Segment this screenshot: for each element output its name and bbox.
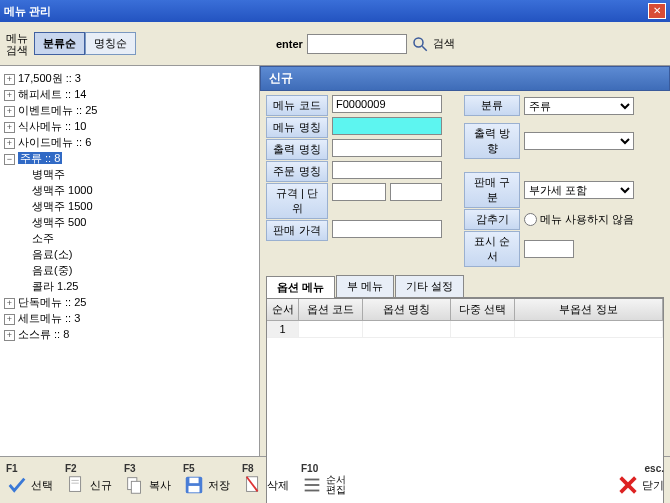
menu-name-field[interactable] bbox=[332, 117, 442, 135]
fn-close-button[interactable]: 닫기 bbox=[617, 474, 664, 496]
search-input[interactable] bbox=[307, 34, 407, 54]
tree-item[interactable]: 세트메뉴 :: 3 bbox=[18, 312, 80, 324]
unused-radio[interactable] bbox=[524, 213, 537, 226]
label-sale-div: 판매 구분 bbox=[464, 172, 520, 208]
tree-item[interactable]: 소주 bbox=[32, 232, 54, 244]
label-spec-unit: 규격 | 단위 bbox=[266, 183, 328, 219]
tree-toggle[interactable]: + bbox=[4, 90, 15, 101]
grid-header-code: 옵션 코드 bbox=[299, 299, 363, 320]
grid-cell[interactable] bbox=[451, 321, 515, 337]
svg-rect-9 bbox=[189, 486, 200, 492]
window-title: 메뉴 관리 bbox=[4, 4, 51, 19]
tree-toggle[interactable]: − bbox=[4, 154, 15, 165]
svg-rect-2 bbox=[70, 477, 81, 492]
menu-code-field[interactable] bbox=[332, 95, 442, 113]
tree-item[interactable]: 생맥주 500 bbox=[32, 216, 86, 228]
category-select[interactable]: 주류 bbox=[524, 97, 634, 115]
fn-delete-button[interactable]: 삭제 bbox=[242, 474, 289, 496]
fn-order-edit-button[interactable]: 순서 편집 bbox=[301, 474, 346, 496]
tree-item[interactable]: 식사메뉴 :: 10 bbox=[18, 120, 86, 132]
grid-cell[interactable] bbox=[299, 321, 363, 337]
tree-toggle[interactable]: + bbox=[4, 298, 15, 309]
panel-title: 신규 bbox=[260, 66, 670, 91]
label-sale-price: 판매 가격 bbox=[266, 220, 328, 241]
label-print-name: 출력 명칭 bbox=[266, 139, 328, 160]
grid-row[interactable]: 1 bbox=[267, 321, 663, 338]
fn-select-button[interactable]: 선택 bbox=[6, 474, 53, 496]
grid-header-order: 순서 bbox=[267, 299, 299, 320]
close-icon bbox=[617, 474, 639, 496]
new-doc-icon bbox=[65, 474, 87, 496]
tree-item[interactable]: 음료(중) bbox=[32, 264, 72, 276]
grid-header-subopt: 부옵션 정보 bbox=[515, 299, 663, 320]
fn-key-esc: esc. bbox=[645, 463, 664, 474]
tree-item[interactable]: 음료(소) bbox=[32, 248, 72, 260]
fn-key-f1: F1 bbox=[6, 463, 18, 474]
print-dir-select[interactable] bbox=[524, 132, 634, 150]
label-menu-code: 메뉴 코드 bbox=[266, 95, 328, 116]
print-name-field[interactable] bbox=[332, 139, 442, 157]
tab-other-settings[interactable]: 기타 설정 bbox=[395, 275, 464, 297]
tree-item[interactable]: 병맥주 bbox=[32, 168, 65, 180]
tree-item[interactable]: 소스류 :: 8 bbox=[18, 328, 69, 340]
fn-new-button[interactable]: 신규 bbox=[65, 474, 112, 496]
svg-rect-6 bbox=[131, 481, 140, 493]
label-menu-name: 메뉴 명칭 bbox=[266, 117, 328, 138]
tree-item[interactable]: 생맥주 1500 bbox=[32, 200, 93, 212]
label-print-dir: 출력 방향 bbox=[464, 123, 520, 159]
list-icon bbox=[301, 474, 323, 496]
grid-header-multi: 다중 선택 bbox=[451, 299, 515, 320]
tree-item[interactable]: 콜라 1.25 bbox=[32, 280, 78, 292]
sort-by-name-button[interactable]: 명칭순 bbox=[85, 32, 136, 55]
tree-item[interactable]: 생맥주 1000 bbox=[32, 184, 93, 196]
label-order-name: 주문 명칭 bbox=[266, 161, 328, 182]
tab-sub-menu[interactable]: 부 메뉴 bbox=[336, 275, 394, 297]
svg-line-1 bbox=[422, 46, 427, 51]
svg-point-0 bbox=[414, 38, 423, 47]
tree-item-selected[interactable]: 주류 :: 8 bbox=[18, 152, 62, 164]
svg-rect-8 bbox=[189, 478, 198, 484]
spec-field[interactable] bbox=[332, 183, 386, 201]
grid-cell[interactable] bbox=[363, 321, 451, 337]
tree-item[interactable]: 사이드메뉴 :: 6 bbox=[18, 136, 91, 148]
menu-tree[interactable]: +17,500원 :: 3 +해피세트 :: 14 +이벤트메뉴 :: 25 +… bbox=[0, 66, 260, 456]
search-icon[interactable] bbox=[411, 35, 429, 53]
tree-toggle[interactable]: + bbox=[4, 314, 15, 325]
unused-radio-label: 메뉴 사용하지 않음 bbox=[540, 212, 634, 227]
disp-order-field[interactable] bbox=[524, 240, 574, 258]
label-category: 분류 bbox=[464, 95, 520, 116]
tree-item[interactable]: 해피세트 :: 14 bbox=[18, 88, 86, 100]
fn-key-f10: F10 bbox=[301, 463, 318, 474]
fn-key-f2: F2 bbox=[65, 463, 77, 474]
fn-save-button[interactable]: 저장 bbox=[183, 474, 230, 496]
tree-item[interactable]: 이벤트메뉴 :: 25 bbox=[18, 104, 97, 116]
fn-key-f8: F8 bbox=[242, 463, 254, 474]
fn-key-f3: F3 bbox=[124, 463, 136, 474]
fn-copy-button[interactable]: 복사 bbox=[124, 474, 171, 496]
grid-cell-idx: 1 bbox=[267, 321, 299, 337]
sort-by-category-button[interactable]: 분류순 bbox=[34, 32, 85, 55]
save-icon bbox=[183, 474, 205, 496]
tree-toggle[interactable]: + bbox=[4, 74, 15, 85]
tree-toggle[interactable]: + bbox=[4, 138, 15, 149]
check-icon bbox=[6, 474, 28, 496]
sale-price-field[interactable] bbox=[332, 220, 442, 238]
label-disp-order: 표시 순서 bbox=[464, 231, 520, 267]
sale-div-select[interactable]: 부가세 포함 bbox=[524, 181, 634, 199]
window-close-button[interactable]: ✕ bbox=[648, 3, 666, 19]
label-subtract: 감추기 bbox=[464, 209, 520, 230]
grid-header-name: 옵션 명칭 bbox=[363, 299, 451, 320]
search-section-label: 메뉴 검색 bbox=[6, 32, 30, 56]
order-name-field[interactable] bbox=[332, 161, 442, 179]
tree-toggle[interactable]: + bbox=[4, 106, 15, 117]
copy-icon bbox=[124, 474, 146, 496]
grid-cell[interactable] bbox=[515, 321, 663, 337]
unit-field[interactable] bbox=[390, 183, 442, 201]
tree-item[interactable]: 단독메뉴 :: 25 bbox=[18, 296, 86, 308]
enter-label: enter bbox=[276, 38, 303, 50]
tree-toggle[interactable]: + bbox=[4, 122, 15, 133]
tab-option-menu[interactable]: 옵션 메뉴 bbox=[266, 276, 335, 298]
tree-toggle[interactable]: + bbox=[4, 330, 15, 341]
delete-icon bbox=[242, 474, 264, 496]
tree-item[interactable]: 17,500원 :: 3 bbox=[18, 72, 81, 84]
